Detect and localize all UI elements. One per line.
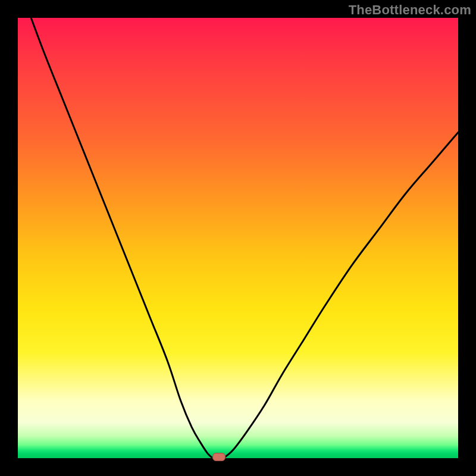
optimum-marker: [212, 453, 226, 461]
chart-frame: TheBottleneck.com: [0, 0, 476, 476]
plot-area: [18, 18, 458, 458]
curve-left-branch: [31, 18, 211, 458]
bottleneck-curve: [18, 18, 458, 458]
watermark-text: TheBottleneck.com: [349, 2, 471, 18]
curve-right-branch: [225, 132, 458, 457]
